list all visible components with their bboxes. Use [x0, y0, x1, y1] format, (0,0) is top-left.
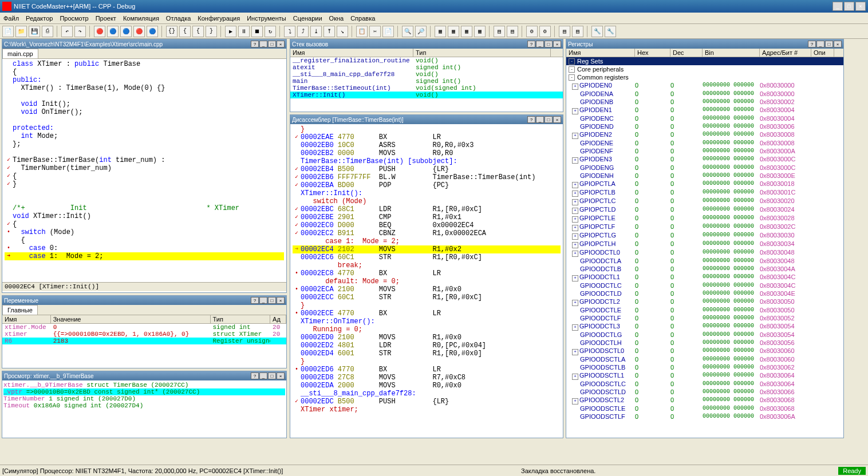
pane-help[interactable]: ? — [251, 41, 259, 47]
pane-close[interactable]: × — [277, 41, 285, 47]
toolbar-button[interactable]: 🔧 — [591, 26, 603, 37]
pane-max[interactable]: □ — [268, 41, 276, 47]
tree-expand-icon[interactable]: - — [569, 74, 575, 81]
menu-Окна[interactable]: Окна — [329, 15, 344, 22]
toolbar-button[interactable]: ▤ — [572, 26, 583, 37]
callstack-body[interactable]: __register_finalization_routinevoid()ate… — [290, 57, 563, 98]
tree-expand-icon[interactable]: - — [569, 58, 575, 65]
code-path: C:\Work\_Voronezh\NT32M4F1\Examples\Xtim… — [2, 39, 286, 49]
window-title: NIIET CodeMaster++[ARM] -- CPP - Debug — [14, 3, 135, 10]
menu-Редактор[interactable]: Редактор — [26, 15, 53, 22]
toolbar-button[interactable]: ▤ — [507, 26, 518, 37]
menu-Конфигурация[interactable]: Конфигурация — [198, 15, 240, 22]
toolbar-button[interactable]: 🔴 — [94, 26, 105, 37]
status-text: [Симулятор] Процессор: NIIET NT32M4F1, Ч… — [2, 467, 283, 474]
toolbar-button[interactable]: 🔧 — [605, 26, 616, 37]
toolbar-button[interactable]: ⤒ — [323, 26, 335, 37]
toolbar-button[interactable]: 💾 — [29, 26, 40, 37]
registers-title: Регистры?_□× — [566, 39, 843, 49]
menu-Отладка[interactable]: Отладка — [166, 15, 191, 22]
callstack-pane: Стек вызовов?_□× ИмяТип __register_final… — [290, 39, 563, 112]
variables-pane: Переменные?_□× Главные ИмяЗначениеТипАд … — [2, 295, 287, 368]
app-icon — [2, 2, 11, 11]
toolbar-button[interactable]: ⚙ — [526, 26, 538, 37]
status-right: Закладка восстановлена. — [521, 467, 595, 474]
toolbar-button[interactable]: ▦ — [448, 26, 459, 37]
toolbar-button[interactable]: {} — [166, 26, 177, 37]
registers-body[interactable]: -Reg Sets-Core peripherals-Common regist… — [566, 57, 843, 437]
toolbar-button[interactable]: } — [206, 26, 217, 37]
menubar: ФайлРедакторПросмотрПроектКомпиляцияОтла… — [0, 13, 868, 24]
menu-Файл[interactable]: Файл — [3, 15, 19, 22]
toolbar-button[interactable]: 📄 — [382, 26, 394, 37]
toolbar-button[interactable]: ⏸ — [238, 26, 250, 37]
disasm-title: Дисассемблер [TimerBase::TimerBase(int)]… — [290, 115, 563, 124]
toolbar-button[interactable]: ▶ — [225, 26, 236, 37]
toolbar-button[interactable]: ↘ — [337, 26, 348, 37]
file-tab[interactable]: main.cpp — [2, 49, 38, 58]
status-ready: Ready — [838, 467, 866, 475]
menu-Инструменты[interactable]: Инструменты — [247, 15, 286, 22]
pane-min[interactable]: _ — [259, 41, 267, 47]
disasm-body[interactable]: }✓00002EAE 4770 BX LR00002EB0 10C0 ASRS … — [290, 124, 563, 438]
toolbar-button[interactable]: ⏹ — [251, 26, 263, 37]
menu-Компиляция[interactable]: Компиляция — [123, 15, 159, 22]
toolbar-button[interactable]: { — [179, 26, 191, 37]
menu-Сценарии[interactable]: Сценарии — [293, 15, 322, 22]
toolbar-button[interactable]: ⤵ — [284, 26, 295, 37]
statusbar: [Симулятор] Процессор: NIIET NT32M4F1, Ч… — [0, 465, 868, 476]
toolbar-button[interactable]: 🔵 — [107, 26, 119, 37]
toolbar-button[interactable]: ⤴ — [297, 26, 309, 37]
code-status: 00002EC4 [XTimer::Init()] — [2, 282, 286, 291]
variables-title: Переменные?_□× — [2, 296, 286, 305]
toolbar-button[interactable]: 🔎 — [415, 26, 427, 37]
toolbar-button[interactable]: ⤓ — [310, 26, 322, 37]
close-button[interactable]: × — [855, 2, 866, 11]
watch-body[interactable]: xtimer.__b_9TimerBase struct TimerBase (… — [2, 380, 286, 410]
variables-tab[interactable]: Главные — [2, 305, 38, 315]
menu-Справка[interactable]: Справка — [350, 15, 375, 22]
toolbar-button[interactable]: ⎙ — [42, 26, 53, 37]
registers-header: ИмяHexDecBinАдрес/Бит #Опи — [566, 49, 843, 57]
watch-pane: Просмотр: xtimer.__b_9TimerBase?_□× xtim… — [2, 371, 287, 438]
toolbar-button[interactable]: ▤ — [559, 26, 570, 37]
callstack-title: Стек вызовов?_□× — [290, 39, 563, 49]
tree-expand-icon[interactable]: - — [569, 66, 575, 73]
watch-title: Просмотр: xtimer.__b_9TimerBase?_□× — [2, 371, 286, 380]
toolbar-button[interactable]: ▦ — [461, 26, 472, 37]
variables-body[interactable]: xtimer.Mode0signed int20xtimer{{=>000010… — [2, 324, 286, 344]
menu-Просмотр[interactable]: Просмотр — [60, 15, 88, 22]
toolbar: 📄📁💾⎙↶↷🔴🔵🔵🔴🔵{}{{}▶⏸⏹↻⤵⤴⤓⤒↘📋✂📄🔍🔎▦▦▦▦▤▤⚙⚙▤▤… — [0, 24, 868, 39]
toolbar-button[interactable]: ▦ — [435, 26, 446, 37]
toolbar-button[interactable]: 📄 — [2, 26, 14, 37]
toolbar-button[interactable]: 📁 — [15, 26, 27, 37]
callstack-header: ИмяТип — [290, 49, 563, 57]
toolbar-button[interactable]: 📋 — [356, 26, 368, 37]
toolbar-button[interactable]: ✂ — [369, 26, 381, 37]
registers-pane: Регистры?_□× ИмяHexDecBinАдрес/Бит #Опи … — [566, 39, 844, 438]
disasm-pane: Дисассемблер [TimerBase::TimerBase(int)]… — [290, 114, 563, 438]
toolbar-button[interactable]: 🔴 — [133, 26, 145, 37]
toolbar-button[interactable]: ▤ — [494, 26, 505, 37]
toolbar-button[interactable]: 🔍 — [402, 26, 413, 37]
code-pane: C:\Work\_Voronezh\NT32M4F1\Examples\Xtim… — [2, 39, 287, 293]
toolbar-button[interactable]: ▦ — [474, 26, 486, 37]
toolbar-button[interactable]: { — [192, 26, 204, 37]
variables-header: ИмяЗначениеТипАд — [2, 315, 286, 324]
toolbar-button[interactable]: ⚙ — [539, 26, 551, 37]
code-editor[interactable]: class XTimer : public TimerBase{public: … — [2, 59, 286, 282]
toolbar-button[interactable]: ↶ — [61, 26, 73, 37]
minimize-button[interactable]: _ — [833, 2, 843, 11]
menu-Проект[interactable]: Проект — [96, 15, 116, 22]
maximize-button[interactable]: □ — [844, 2, 854, 11]
titlebar: NIIET CodeMaster++[ARM] -- CPP - Debug _… — [0, 0, 868, 13]
toolbar-button[interactable]: ↻ — [265, 26, 276, 37]
toolbar-button[interactable]: 🔵 — [147, 26, 158, 37]
toolbar-button[interactable]: ↷ — [74, 26, 86, 37]
toolbar-button[interactable]: 🔵 — [120, 26, 132, 37]
